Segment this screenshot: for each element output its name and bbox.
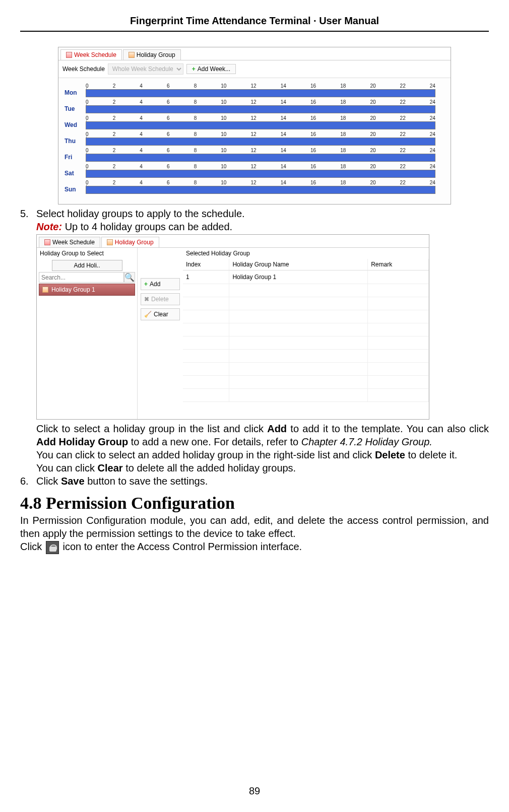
step-number: 5.	[20, 207, 36, 233]
item-label: Holiday Group 1	[51, 286, 95, 293]
plus-icon: +	[144, 281, 148, 288]
step-text: Select holiday groups to apply to the sc…	[36, 208, 245, 219]
week-schedule-select[interactable]: Whole Week Schedule	[108, 63, 183, 75]
add-holiday-button[interactable]: Add Holi..	[52, 260, 122, 271]
day-row: Sat024681012141618202224	[65, 164, 435, 178]
step-number: 6.	[20, 475, 36, 488]
cell-remark	[368, 270, 429, 284]
day-row: Fri024681012141618202224	[65, 148, 435, 162]
table-row	[183, 284, 429, 297]
clear-button[interactable]: 🧹 Clear	[141, 308, 180, 320]
day-timeline[interactable]: 024681012141618202224	[86, 131, 435, 146]
table-row	[183, 297, 429, 310]
col-name: Holiday Group Name	[229, 259, 368, 270]
day-row: Sun024681012141618202224	[65, 180, 435, 194]
delete-button[interactable]: ✖ Delete	[141, 293, 180, 305]
day-label: Sun	[65, 186, 86, 194]
section-intro: In Permission Configuration module, you …	[20, 514, 489, 540]
panel-title: Holiday Group to Select	[37, 248, 137, 259]
screenshot-holiday-group: Week Schedule Holiday Group Holiday Grou…	[36, 234, 429, 420]
add-week-button[interactable]: + Add Week...	[186, 64, 236, 74]
day-row: Mon024681012141618202224	[65, 83, 435, 97]
calendar-holiday-icon	[107, 239, 113, 245]
section-click-icon: Click icon to enter the Access Control P…	[20, 540, 489, 554]
tab-label: Holiday Group	[137, 51, 175, 58]
table-row[interactable]: 1Holiday Group 1	[183, 270, 429, 284]
tab-week-schedule[interactable]: Week Schedule	[60, 49, 122, 60]
tab-label: Holiday Group	[115, 239, 154, 246]
ss1-toolbar: Week Schedule Whole Week Schedule + Add …	[58, 60, 451, 78]
ss2-tabs: Week Schedule Holiday Group	[37, 235, 429, 248]
cell-index: 1	[183, 270, 229, 284]
day-label: Tue	[65, 105, 86, 113]
time-bar[interactable]	[86, 138, 435, 146]
day-timeline[interactable]: 024681012141618202224	[86, 148, 435, 162]
calendar-holiday-icon	[129, 52, 135, 58]
section-heading: 4.8 Permission Configuration	[20, 494, 489, 513]
page-header: Fingerprint Time Attendance Terminal · U…	[20, 15, 489, 32]
button-label: Delete	[151, 296, 169, 303]
instruction-delete: You can click to select an added holiday…	[36, 448, 489, 461]
search-button[interactable]: 🔍	[124, 272, 135, 283]
time-bar[interactable]	[86, 186, 435, 194]
day-timeline[interactable]: 024681012141618202224	[86, 83, 435, 97]
day-timeline[interactable]: 024681012141618202224	[86, 115, 435, 129]
button-label: Add Week...	[198, 65, 230, 73]
table-row	[183, 336, 429, 350]
step-6: 6. Click Save button to save the setting…	[20, 475, 489, 488]
toolbar-label: Week Schedule	[62, 65, 105, 73]
time-bar[interactable]	[86, 105, 435, 113]
day-label: Thu	[65, 138, 86, 146]
cell-name: Holiday Group 1	[229, 270, 368, 284]
table-row	[183, 389, 429, 402]
day-label: Sat	[65, 170, 86, 178]
permission-lock-icon	[46, 541, 59, 554]
tab-holiday-group[interactable]: Holiday Group	[101, 237, 159, 247]
holiday-group-item[interactable]: Holiday Group 1	[39, 284, 135, 296]
step-5: 5. Select holiday groups to apply to the…	[20, 207, 489, 233]
selected-holiday-table: Index Holiday Group Name Remark 1Holiday…	[183, 259, 429, 402]
time-bar[interactable]	[86, 170, 435, 178]
table-row	[183, 376, 429, 389]
note-label: Note:	[36, 221, 62, 232]
button-label: Add	[150, 281, 160, 288]
day-row: Tue024681012141618202224	[65, 99, 435, 113]
instruction-add: Click to select a holiday group in the l…	[36, 422, 489, 448]
ss1-tabs: Week Schedule Holiday Group	[58, 47, 451, 60]
time-bar[interactable]	[86, 154, 435, 162]
day-timeline[interactable]: 024681012141618202224	[86, 180, 435, 194]
search-icon: 🔍	[124, 273, 135, 282]
col-index: Index	[183, 259, 229, 270]
tab-week-schedule[interactable]: Week Schedule	[39, 237, 100, 247]
page-number: 89	[0, 785, 509, 797]
calendar-week-icon	[44, 239, 50, 245]
day-label: Fri	[65, 154, 86, 162]
col-remark: Remark	[368, 259, 429, 270]
day-label: Wed	[65, 121, 86, 129]
day-row: Wed024681012141618202224	[65, 115, 435, 129]
table-row	[183, 323, 429, 336]
time-bar[interactable]	[86, 89, 435, 97]
day-row: Thu024681012141618202224	[65, 131, 435, 146]
tab-label: Week Schedule	[74, 51, 116, 58]
add-button[interactable]: + Add	[141, 278, 180, 290]
calendar-holiday-icon	[42, 287, 48, 293]
schedule-grid: Mon024681012141618202224Tue0246810121416…	[58, 78, 451, 204]
note-text: Up to 4 holiday groups can be added.	[62, 221, 232, 232]
x-icon: ✖	[144, 296, 149, 303]
time-bar[interactable]	[86, 121, 435, 129]
table-row	[183, 363, 429, 376]
selected-holiday-panel: Selected Holiday Group Index Holiday Gro…	[183, 248, 429, 419]
day-timeline[interactable]: 024681012141618202224	[86, 164, 435, 178]
screenshot-week-schedule: Week Schedule Holiday Group Week Schedul…	[58, 47, 451, 205]
plus-icon: +	[192, 65, 196, 73]
holiday-select-panel: Holiday Group to Select Add Holi.. 🔍 Hol…	[37, 248, 138, 419]
table-row	[183, 310, 429, 323]
tab-holiday-group[interactable]: Holiday Group	[123, 49, 181, 60]
day-label: Mon	[65, 89, 86, 97]
search-input[interactable]	[39, 272, 124, 283]
tab-label: Week Schedule	[52, 239, 95, 246]
day-timeline[interactable]: 024681012141618202224	[86, 99, 435, 113]
table-row	[183, 350, 429, 363]
broom-icon: 🧹	[144, 311, 152, 318]
